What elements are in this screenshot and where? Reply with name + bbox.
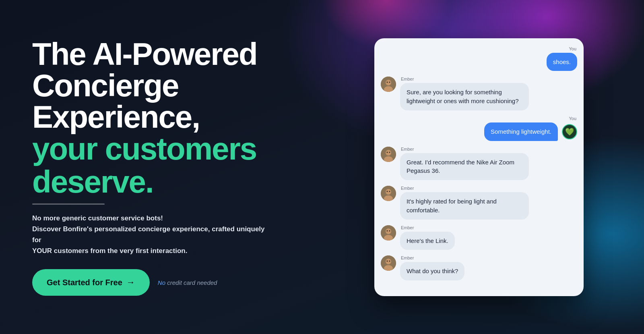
ember-label-3: Ember bbox=[401, 147, 529, 151]
svg-point-4 bbox=[389, 82, 390, 83]
ember-bubble-1: Sure, are you looking for something ligh… bbox=[400, 83, 529, 110]
ember-message-6: What do you think? bbox=[407, 268, 458, 274]
user-avatar-2: 💚 bbox=[562, 124, 577, 139]
cta-row: Get Started for Free → No credit card ne… bbox=[32, 269, 338, 296]
svg-point-21 bbox=[386, 259, 391, 264]
cta-button-label: Get Started for Free bbox=[47, 278, 122, 287]
svg-point-1 bbox=[386, 80, 391, 85]
svg-point-9 bbox=[389, 151, 390, 153]
chat-row-1: Ember Sure, are you looking for somethin… bbox=[381, 77, 577, 110]
headline-line3: Experience, bbox=[32, 99, 200, 135]
svg-point-18 bbox=[387, 230, 388, 231]
ember-bubble-wrapper-3: Ember Great. I'd recommend the Nike Air … bbox=[400, 147, 529, 180]
content-wrapper: The AI-Powered Concierge Experience, you… bbox=[0, 0, 644, 334]
ember-avatar-6 bbox=[381, 255, 396, 271]
svg-point-13 bbox=[387, 191, 388, 192]
subtext-line1: No more generic customer service bots! bbox=[32, 214, 163, 222]
ember-bubble-wrapper-4: Ember It's highly rated for being light … bbox=[400, 186, 529, 220]
ember-message-1: Sure, are you looking for something ligh… bbox=[407, 89, 519, 104]
no-cc-text: No credit card needed bbox=[158, 279, 217, 286]
svg-point-14 bbox=[389, 191, 390, 192]
ember-bubble-6: What do you think? bbox=[400, 262, 464, 280]
user-bubble-2: Something lightweight. bbox=[484, 122, 558, 141]
headline-line2: Concierge bbox=[32, 68, 178, 103]
svg-point-3 bbox=[387, 82, 388, 83]
ember-label-6: Ember bbox=[401, 255, 464, 260]
left-side: The AI-Powered Concierge Experience, you… bbox=[32, 38, 338, 296]
ember-avatar-3 bbox=[381, 147, 396, 162]
ember-avatar-5 bbox=[381, 225, 396, 241]
you-label-top: You bbox=[569, 46, 576, 51]
ember-message-5: Here's the Link. bbox=[407, 237, 448, 244]
underline-decoration bbox=[32, 203, 105, 205]
right-side: You shoes. bbox=[370, 38, 588, 296]
headline-green-line2: deserve. bbox=[32, 164, 153, 199]
ember-label-5: Ember bbox=[401, 225, 455, 230]
headline-green-line1: your customers bbox=[32, 131, 256, 166]
partial-bubble-text: shoes. bbox=[553, 58, 571, 65]
get-started-button[interactable]: Get Started for Free → bbox=[32, 269, 150, 296]
ember-bubble-wrapper-5: Ember Here's the Link. bbox=[400, 225, 455, 250]
ember-bubble-3: Great. I'd recommend the Nike Air Zoom P… bbox=[400, 153, 529, 180]
ember-label-1: Ember bbox=[401, 77, 529, 81]
chat-row-5: Ember Here's the Link. bbox=[381, 225, 577, 250]
ember-label-4: Ember bbox=[401, 186, 529, 191]
svg-point-11 bbox=[386, 189, 391, 195]
svg-point-23 bbox=[387, 261, 388, 262]
no-cc-highlight: No bbox=[158, 279, 165, 286]
headline-line1: The AI-Powered bbox=[32, 36, 257, 72]
partial-bubble: shoes. bbox=[547, 53, 577, 71]
subtext: No more generic customer service bots! D… bbox=[32, 213, 274, 257]
chat-row-6: Ember What do you think? bbox=[381, 255, 577, 280]
ember-message-4: It's highly rated for being light and co… bbox=[407, 198, 497, 214]
ember-avatar-1 bbox=[381, 77, 396, 92]
chat-row-2: You Something lightweight. 💚 bbox=[381, 116, 577, 141]
user-avatar-emoji-icon: 💚 bbox=[565, 127, 574, 136]
ember-avatar-4 bbox=[381, 186, 396, 201]
user-message-2: Something lightweight. bbox=[491, 128, 551, 135]
svg-point-6 bbox=[386, 150, 391, 156]
ember-bubble-5: Here's the Link. bbox=[400, 232, 455, 250]
subtext-line3: YOUR customers from the very first inter… bbox=[32, 247, 187, 255]
svg-point-24 bbox=[389, 261, 390, 262]
you-label-2: You bbox=[569, 116, 576, 121]
chat-row-partial: You shoes. bbox=[381, 46, 577, 71]
chat-window: You shoes. bbox=[374, 38, 584, 296]
no-cc-rest: credit card needed bbox=[165, 279, 217, 286]
chat-row-4: Ember It's highly rated for being light … bbox=[381, 186, 577, 220]
headline-green: your customers deserve. bbox=[32, 133, 338, 199]
svg-point-8 bbox=[387, 151, 388, 153]
arrow-icon: → bbox=[126, 277, 135, 288]
ember-bubble-4: It's highly rated for being light and co… bbox=[400, 192, 529, 220]
ember-bubble-wrapper-1: Ember Sure, are you looking for somethin… bbox=[400, 77, 529, 110]
svg-point-19 bbox=[389, 230, 390, 231]
chat-row-3: Ember Great. I'd recommend the Nike Air … bbox=[381, 147, 577, 180]
ember-message-3: Great. I'd recommend the Nike Air Zoom P… bbox=[407, 159, 514, 174]
svg-point-16 bbox=[386, 228, 391, 234]
ember-bubble-wrapper-6: Ember What do you think? bbox=[400, 255, 464, 280]
subtext-line2: Discover Bonfire's personalized concierg… bbox=[32, 225, 265, 244]
headline-white: The AI-Powered Concierge Experience, bbox=[32, 38, 338, 133]
